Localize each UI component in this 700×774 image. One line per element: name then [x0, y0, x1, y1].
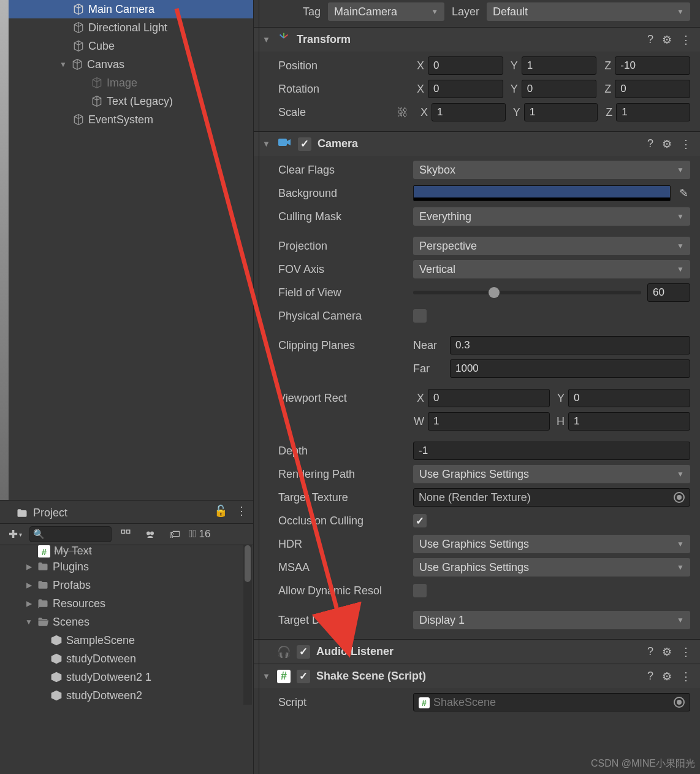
- hierarchy-item-main-camera[interactable]: Main Camera: [0, 0, 253, 18]
- project-item-studydotween2[interactable]: studyDotween2: [0, 686, 253, 705]
- svg-rect-4: [278, 139, 287, 146]
- target-display-dropdown[interactable]: Display 1▼: [413, 611, 690, 629]
- foldout-arrow-icon[interactable]: ▼: [59, 60, 67, 69]
- project-item-studydotween[interactable]: studyDotween: [0, 649, 253, 668]
- projection-dropdown[interactable]: Perspective▼: [413, 237, 690, 255]
- hierarchy-panel: Main Camera Directional Light Cube ▼ Can…: [0, 0, 254, 500]
- component-header-transform[interactable]: ▼ Transform ?⚙⋮: [254, 27, 700, 52]
- kebab-icon[interactable]: ⋮: [680, 137, 691, 151]
- project-item-mytext[interactable]: # My Text: [0, 545, 253, 558]
- hierarchy-item-text-legacy[interactable]: Text (Legacy): [0, 92, 253, 110]
- project-item-scenes[interactable]: ▼ Scenes: [0, 613, 253, 631]
- add-button[interactable]: ✚▾: [5, 526, 26, 543]
- scale-z-field[interactable]: [616, 103, 690, 121]
- search-by-label-button[interactable]: [140, 526, 161, 543]
- viewport-h-field[interactable]: [568, 412, 690, 431]
- transform-icon: [277, 31, 291, 48]
- kebab-icon[interactable]: ⋮: [680, 645, 691, 659]
- project-item-resources[interactable]: ▶ Resources: [0, 594, 253, 613]
- rotation-y-field[interactable]: [522, 80, 597, 98]
- preset-icon[interactable]: ⚙: [662, 137, 672, 151]
- far-clip-field[interactable]: [450, 359, 690, 378]
- eyedropper-icon[interactable]: ✎: [677, 186, 690, 200]
- background-color-field[interactable]: [413, 185, 671, 201]
- rendering-path-dropdown[interactable]: Use Graphics Settings▼: [413, 465, 690, 483]
- viewport-w-field[interactable]: [428, 412, 550, 431]
- project-search[interactable]: 🔍: [29, 526, 112, 542]
- tab-project[interactable]: Project: [9, 503, 77, 523]
- camera-enabled-checkbox[interactable]: ✓: [298, 137, 311, 151]
- preset-icon[interactable]: ⚙: [662, 670, 672, 683]
- foldout-arrow-icon[interactable]: ▼: [25, 618, 33, 626]
- hierarchy-item-label: Text (Legacy): [107, 95, 173, 108]
- hierarchy-item-cube[interactable]: Cube: [0, 37, 253, 55]
- position-z-field[interactable]: [615, 56, 690, 75]
- component-title: Shake Scene (Script): [316, 670, 641, 683]
- viewport-y-field[interactable]: [568, 389, 690, 407]
- project-item-samplescene[interactable]: SampleScene: [0, 631, 253, 649]
- foldout-arrow-icon[interactable]: ▶: [25, 562, 33, 571]
- foldout-arrow-icon[interactable]: ▼: [262, 139, 271, 148]
- lock-icon[interactable]: 🔓: [214, 504, 227, 518]
- shake-scene-enabled-checkbox[interactable]: ✓: [297, 670, 310, 683]
- hierarchy-item-eventsystem[interactable]: EventSystem: [0, 110, 253, 129]
- hierarchy-item-canvas[interactable]: ▼ Canvas: [0, 55, 253, 74]
- viewport-x-field[interactable]: [428, 389, 550, 407]
- dynamic-resolution-checkbox[interactable]: [413, 584, 427, 597]
- component-header-shake-scene[interactable]: ▼ # ✓ Shake Scene (Script) ?⚙⋮: [254, 664, 700, 688]
- hierarchy-item-directional-light[interactable]: Directional Light: [0, 18, 253, 37]
- msaa-dropdown[interactable]: Use Graphics Settings▼: [413, 558, 690, 577]
- component-header-camera[interactable]: ▼ ✓ Camera ?⚙⋮: [254, 131, 700, 156]
- camera-icon: [277, 136, 292, 151]
- kebab-icon[interactable]: ⋮: [236, 504, 247, 518]
- rotation-x-field[interactable]: [428, 80, 503, 98]
- preset-icon[interactable]: ⚙: [662, 645, 672, 659]
- script-icon: #: [277, 670, 291, 683]
- search-by-type-button[interactable]: [115, 526, 136, 543]
- help-icon[interactable]: ?: [647, 645, 653, 659]
- help-icon[interactable]: ?: [647, 670, 653, 683]
- script-field[interactable]: #ShakeScene: [413, 693, 690, 711]
- foldout-arrow-icon[interactable]: ▶: [25, 581, 33, 589]
- project-item-plugins[interactable]: ▶ Plugins: [0, 558, 253, 576]
- project-item-studydotween21[interactable]: studyDotween2 1: [0, 668, 253, 686]
- fov-axis-dropdown[interactable]: Vertical▼: [413, 260, 690, 278]
- position-y-field[interactable]: [522, 56, 597, 75]
- scale-y-field[interactable]: [524, 103, 598, 121]
- audio-listener-enabled-checkbox[interactable]: ✓: [297, 645, 310, 659]
- hidden-count[interactable]: 👁̸ 16: [189, 528, 210, 540]
- scale-x-field[interactable]: [432, 103, 506, 121]
- position-x-field[interactable]: [428, 56, 503, 75]
- constrain-proportions-icon[interactable]: ⛓̸: [397, 106, 408, 119]
- foldout-arrow-icon[interactable]: ▼: [262, 672, 271, 681]
- kebab-icon[interactable]: ⋮: [680, 33, 691, 47]
- component-header-audio-listener[interactable]: ▼ 🎧 ✓ Audio Listener ?⚙⋮: [254, 639, 700, 664]
- gameobject-icon: [72, 40, 85, 52]
- save-search-button[interactable]: 🏷: [164, 526, 185, 543]
- tag-dropdown[interactable]: MainCamera▼: [328, 2, 444, 21]
- hdr-dropdown[interactable]: Use Graphics Settings▼: [413, 535, 690, 553]
- hierarchy-item-image[interactable]: Image: [0, 74, 253, 92]
- project-item-profabs[interactable]: ▶ Profabs: [0, 576, 253, 594]
- rotation-z-field[interactable]: [615, 80, 690, 98]
- occlusion-culling-checkbox[interactable]: ✓: [413, 514, 427, 527]
- unity-scene-icon: [50, 634, 63, 646]
- project-scrollbar[interactable]: [243, 545, 252, 705]
- depth-field[interactable]: [413, 442, 690, 460]
- near-clip-field[interactable]: [450, 336, 690, 354]
- foldout-arrow-icon[interactable]: ▼: [262, 35, 271, 44]
- target-texture-field[interactable]: None (Render Texture): [413, 488, 690, 507]
- kebab-icon[interactable]: ⋮: [680, 670, 691, 683]
- physical-camera-checkbox[interactable]: [413, 309, 427, 323]
- project-item-label: SampleScene: [66, 634, 135, 647]
- clear-flags-dropdown[interactable]: Skybox▼: [413, 161, 690, 179]
- help-icon[interactable]: ?: [647, 33, 653, 47]
- project-item-label: Resources: [53, 597, 105, 610]
- foldout-arrow-icon[interactable]: ▶: [25, 599, 33, 608]
- layer-dropdown[interactable]: Default▼: [487, 2, 690, 21]
- fov-field[interactable]: [647, 283, 690, 302]
- help-icon[interactable]: ?: [647, 137, 653, 151]
- preset-icon[interactable]: ⚙: [662, 33, 672, 47]
- fov-slider[interactable]: [413, 291, 641, 294]
- culling-mask-dropdown[interactable]: Everything▼: [413, 207, 690, 226]
